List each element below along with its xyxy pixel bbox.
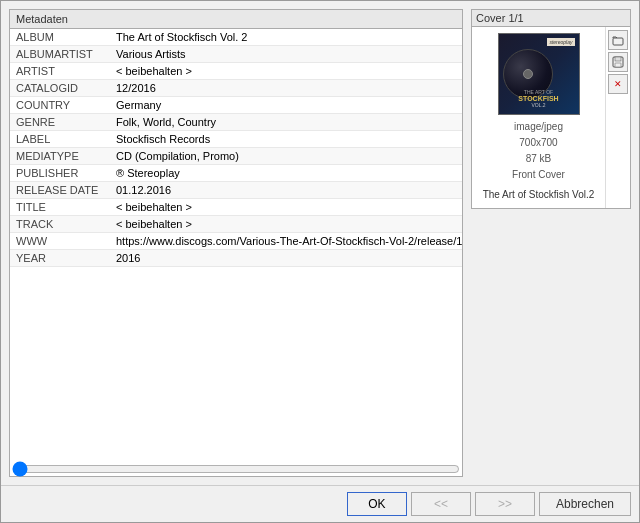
metadata-value: Stockfisch Records [110, 131, 462, 148]
table-row[interactable]: TRACK< beibehalten > [10, 216, 462, 233]
cover-save-button[interactable] [608, 52, 628, 72]
next-button[interactable]: >> [475, 492, 535, 516]
cover-image-section: stereoplay THE ART OF STOCKFISH VOL.2 im [472, 27, 605, 208]
table-row[interactable]: ARTIST< beibehalten > [10, 63, 462, 80]
metadata-dialog: Metadaten ALBUMThe Art of Stockfisch Vol… [0, 0, 640, 523]
cover-panel: Cover 1/1 stereoplay THE ART OF STOCKFIS… [471, 9, 631, 477]
cover-dimensions: 700x700 [512, 135, 565, 151]
metadata-key: PUBLISHER [10, 165, 110, 182]
cover-open-button[interactable] [608, 30, 628, 50]
cover-filesize: 87 kB [512, 151, 565, 167]
cover-title-label: Cover 1/1 [476, 12, 524, 24]
metadata-key: YEAR [10, 250, 110, 267]
table-row[interactable]: CATALOGID12/2016 [10, 80, 462, 97]
metadata-value: 2016 [110, 250, 462, 267]
metadata-value: Folk, World, Country [110, 114, 462, 131]
svg-rect-0 [613, 38, 623, 45]
metadata-key: LABEL [10, 131, 110, 148]
metadata-value: CD (Compilation, Promo) [110, 148, 462, 165]
metadata-value: < beibehalten > [110, 199, 462, 216]
dialog-footer: OK << >> Abbrechen [1, 485, 639, 522]
cancel-button[interactable]: Abbrechen [539, 492, 631, 516]
cover-side-buttons: ✕ [605, 27, 630, 208]
table-row[interactable]: PUBLISHER® Stereoplay [10, 165, 462, 182]
table-row[interactable]: RELEASE DATE01.12.2016 [10, 182, 462, 199]
metadata-key: ALBUM [10, 29, 110, 46]
metadata-value: https://www.discogs.com/Various-The-Art-… [110, 233, 462, 250]
metadata-value: < beibehalten > [110, 216, 462, 233]
table-row[interactable]: GENREFolk, World, Country [10, 114, 462, 131]
metadata-value: Various Artists [110, 46, 462, 63]
folder-icon [612, 34, 624, 46]
metadata-value: 12/2016 [110, 80, 462, 97]
table-row[interactable]: TITLE< beibehalten > [10, 199, 462, 216]
ok-button[interactable]: OK [347, 492, 407, 516]
table-row[interactable]: WWWhttps://www.discogs.com/Various-The-A… [10, 233, 462, 250]
metadata-key: TITLE [10, 199, 110, 216]
metadata-key: RELEASE DATE [10, 182, 110, 199]
cover-header: Cover 1/1 [471, 9, 631, 27]
table-row[interactable]: ALBUMThe Art of Stockfisch Vol. 2 [10, 29, 462, 46]
cover-thumbnail: stereoplay THE ART OF STOCKFISH VOL.2 [498, 33, 580, 115]
metadata-value: Germany [110, 97, 462, 114]
table-row[interactable]: MEDIATYPECD (Compilation, Promo) [10, 148, 462, 165]
metadata-key: CATALOGID [10, 80, 110, 97]
cover-block: Cover 1/1 stereoplay THE ART OF STOCKFIS… [471, 9, 631, 209]
metadata-key: MEDIATYPE [10, 148, 110, 165]
svg-rect-2 [615, 57, 621, 61]
h-scrollbar-input[interactable] [12, 462, 460, 476]
table-row[interactable]: LABELStockfisch Records [10, 131, 462, 148]
metadata-value: ® Stereoplay [110, 165, 462, 182]
metadata-value: 01.12.2016 [110, 182, 462, 199]
metadata-key: TRACK [10, 216, 110, 233]
metadata-key: ALBUMARTIST [10, 46, 110, 63]
cover-image-type: image/jpeg [512, 119, 565, 135]
metadata-key: WWW [10, 233, 110, 250]
metadata-key: ARTIST [10, 63, 110, 80]
cover-content: stereoplay THE ART OF STOCKFISH VOL.2 im [471, 27, 631, 209]
panel-title: Metadaten [10, 10, 462, 29]
table-row[interactable]: COUNTRYGermany [10, 97, 462, 114]
stockfish-label: THE ART OF STOCKFISH VOL.2 [499, 89, 579, 108]
metadata-value: The Art of Stockfisch Vol. 2 [110, 29, 462, 46]
stereoplay-badge: stereoplay [547, 38, 574, 46]
save-icon [612, 56, 624, 68]
prev-button[interactable]: << [411, 492, 471, 516]
metadata-key: GENRE [10, 114, 110, 131]
metadata-value: < beibehalten > [110, 63, 462, 80]
cover-type-label: Front Cover [512, 167, 565, 183]
table-row[interactable]: YEAR2016 [10, 250, 462, 267]
table-row[interactable]: ALBUMARTISTVarious Artists [10, 46, 462, 63]
cover-delete-button[interactable]: ✕ [608, 74, 628, 94]
horizontal-scrollbar[interactable] [10, 462, 462, 476]
metadata-table[interactable]: ALBUMThe Art of Stockfisch Vol. 2ALBUMAR… [10, 29, 462, 462]
metadata-panel: Metadaten ALBUMThe Art of Stockfisch Vol… [9, 9, 463, 477]
metadata-key: COUNTRY [10, 97, 110, 114]
cover-album-name: The Art of Stockfish Vol.2 [479, 187, 599, 202]
cover-file-info: image/jpeg 700x700 87 kB Front Cover [512, 119, 565, 183]
svg-rect-3 [615, 63, 621, 67]
